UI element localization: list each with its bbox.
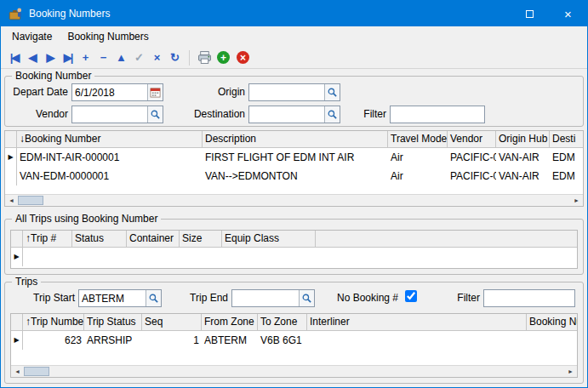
grid-cell[interactable]	[180, 248, 222, 266]
grid-header-row: ↓Booking NumberDescriptionTravel ModeVen…	[5, 131, 583, 148]
trip-start-lookup-button[interactable]	[146, 290, 161, 306]
column-header[interactable]: ↓Booking Number	[17, 131, 203, 148]
scrollbar-track[interactable]	[43, 195, 570, 206]
column-header[interactable]	[316, 231, 577, 248]
grid-cell[interactable]	[127, 248, 180, 266]
trips-grid-hscrollbar: ◄ ►	[11, 365, 577, 377]
post-edit-icon[interactable]: ✓	[130, 49, 148, 66]
grid-cell[interactable]: VAN-AIR	[496, 167, 550, 185]
scroll-left-icon[interactable]: ◄	[5, 195, 18, 206]
column-header[interactable]: Booking Numb	[527, 314, 577, 331]
vendor-input[interactable]	[72, 106, 147, 123]
next-record-icon[interactable]: ▶	[41, 49, 59, 66]
trips-grid: ↑Trip NumbeTrip StatusSeqFrom ZoneTo Zon…	[10, 313, 578, 378]
trip-end-input[interactable]	[232, 290, 299, 306]
column-header[interactable]: ↑Trip Numbe	[23, 314, 84, 331]
scroll-right-icon[interactable]: ►	[570, 195, 583, 206]
grid-cell[interactable]: VAN-AIR	[496, 148, 550, 167]
last-record-icon[interactable]: ▶|	[59, 49, 77, 66]
destination-label: Destination	[189, 108, 245, 121]
column-header[interactable]: Vendor	[448, 131, 496, 148]
scroll-left-icon[interactable]: ◄	[11, 366, 24, 377]
first-record-icon[interactable]: |◀	[5, 49, 23, 66]
scrollbar-track[interactable]	[49, 366, 564, 377]
cancel-edit-icon[interactable]: ×	[148, 49, 166, 66]
column-header[interactable]: To Zone	[258, 314, 307, 331]
grid-cell[interactable]: EDM-INT-AIR-000001	[17, 148, 203, 167]
depart-date-input[interactable]	[72, 84, 147, 100]
title-bar: Booking Numbers ×	[1, 1, 587, 26]
table-row[interactable]: VAN-EDM-0000001VAN-->EDMONTONAirPACIFIC-…	[5, 167, 583, 185]
grid-cell[interactable]: FIRST FLIGHT OF EDM INT AIR	[203, 148, 388, 167]
grid-cell[interactable]: EDM	[550, 167, 583, 185]
column-header[interactable]: Size	[180, 231, 222, 248]
menu-item-navigate[interactable]: Navigate	[4, 27, 60, 46]
grid-cell[interactable]: ARRSHIP	[84, 331, 142, 350]
no-booking-checkbox[interactable]	[405, 290, 417, 302]
origin-input[interactable]	[249, 84, 324, 100]
grid-cell[interactable]: EDM	[550, 148, 583, 167]
grid-cell[interactable]: VAN-EDM-0000001	[17, 167, 203, 185]
calendar-picker-button[interactable]	[147, 84, 163, 100]
grid-cell[interactable]	[307, 331, 527, 350]
table-row[interactable]: ▶EDM-INT-AIR-000001FIRST FLIGHT OF EDM I…	[5, 148, 583, 167]
scroll-right-icon[interactable]: ►	[564, 366, 577, 377]
grid-cell[interactable]	[316, 248, 577, 266]
scrollbar-thumb[interactable]	[24, 367, 49, 376]
column-header[interactable]: Trip Status	[84, 314, 142, 331]
remove-booking-icon[interactable]: ×	[237, 51, 249, 64]
column-header[interactable]: Interliner	[307, 314, 527, 331]
grid-cell[interactable]: VAN-->EDMONTON	[203, 167, 388, 185]
column-header[interactable]: ↑Trip #	[23, 231, 72, 248]
destination-lookup-button[interactable]	[324, 106, 340, 123]
column-header[interactable]: From Zone	[202, 314, 258, 331]
grid-cell[interactable]: PACIFIC-01	[448, 167, 496, 185]
column-header[interactable]: Travel Mode	[388, 131, 448, 148]
column-header[interactable]: Desti	[550, 131, 583, 148]
window-title: Booking Numbers	[29, 8, 110, 20]
table-row[interactable]: ▶623ARRSHIP1ABTERMV6B 6G1	[11, 331, 577, 350]
trips-group: Trips Trip Start Trip End No Booking # F…	[4, 282, 584, 384]
grid-cell[interactable]: 1	[142, 331, 202, 350]
printer-icon[interactable]	[197, 50, 212, 66]
trips-filter-input[interactable]	[483, 289, 575, 307]
close-button[interactable]: ×	[549, 1, 587, 26]
trip-start-input[interactable]	[79, 290, 146, 306]
edit-record-icon[interactable]: ▲	[112, 49, 130, 66]
origin-lookup-button[interactable]	[324, 84, 340, 100]
grid-cell[interactable]: Air	[388, 148, 448, 167]
column-header[interactable]: Container	[127, 231, 180, 248]
grid-cell[interactable]	[527, 331, 577, 350]
column-header[interactable]: Seq	[142, 314, 202, 331]
grid-cell[interactable]	[222, 248, 316, 266]
column-header[interactable]: Status	[72, 231, 127, 248]
grid-cell[interactable]: 623	[23, 331, 84, 350]
booking-filter-input[interactable]	[390, 106, 485, 123]
table-row[interactable]: ▶	[11, 248, 577, 266]
grid-cell[interactable]	[23, 248, 72, 266]
column-header[interactable]: Description	[203, 131, 388, 148]
trips-group-title: Trips	[12, 276, 41, 288]
scrollbar-thumb[interactable]	[18, 196, 43, 205]
insert-record-icon[interactable]: +	[77, 49, 94, 66]
grid-header-row: ↑Trip #StatusContainerSizeEquip Class	[11, 231, 577, 248]
attach-booking-icon[interactable]: +	[217, 51, 230, 64]
vendor-lookup-button[interactable]	[147, 106, 163, 123]
delete-record-icon[interactable]: −	[94, 49, 112, 66]
refresh-icon[interactable]: ↻	[166, 49, 184, 66]
column-header[interactable]: Equip Class	[222, 231, 316, 248]
origin-label: Origin	[189, 86, 245, 99]
grid-cell[interactable]: ABTERM	[202, 331, 258, 350]
search-icon	[327, 109, 338, 120]
destination-input[interactable]	[249, 106, 324, 123]
menu-item-booking-numbers[interactable]: Booking Numbers	[60, 27, 156, 46]
grid-cell[interactable]: PACIFIC-01	[448, 148, 496, 167]
grid-cell[interactable]	[72, 248, 127, 266]
prior-record-icon[interactable]: ◀	[23, 49, 41, 66]
grid-header-row: ↑Trip NumbeTrip StatusSeqFrom ZoneTo Zon…	[11, 314, 577, 331]
column-header[interactable]: Origin Hub	[496, 131, 550, 148]
maximize-button[interactable]	[511, 1, 549, 26]
grid-cell[interactable]: V6B 6G1	[258, 331, 307, 350]
trip-end-lookup-button[interactable]	[299, 290, 314, 306]
grid-cell[interactable]: Air	[388, 167, 448, 185]
